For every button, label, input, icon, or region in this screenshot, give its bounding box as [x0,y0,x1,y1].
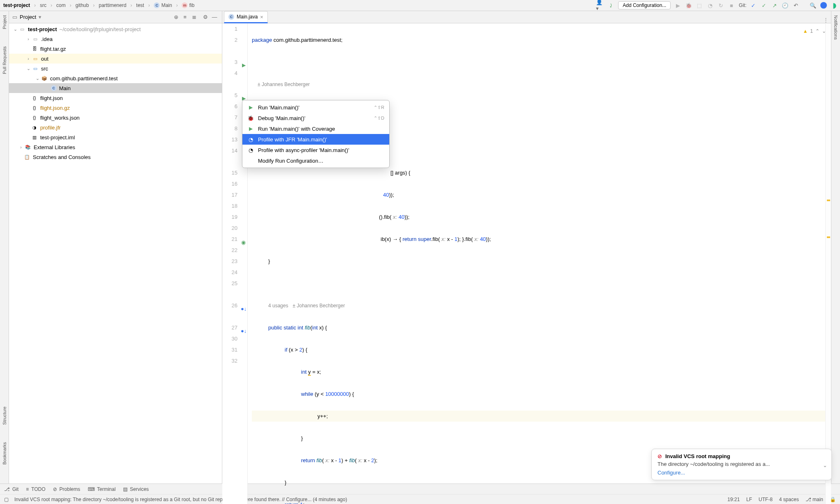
tree-item-profile-jfr[interactable]: ◑profile.jfr [9,123,222,132]
ctx-modify[interactable]: Modify Run Configuration… [242,155,389,166]
tree-item-iml[interactable]: ▥test-project.iml [9,132,222,142]
bc-fib[interactable]: mfib [180,2,196,9]
override-icon[interactable]: ●↓ [241,325,246,330]
add-configuration-button[interactable]: Add Configuration... [618,1,671,9]
settings-icon[interactable] [819,1,828,9]
bc-com[interactable]: com [55,2,67,9]
build-icon[interactable]: ⤸ [607,1,615,9]
rail-bookmarks[interactable]: Bookmarks [2,440,7,467]
rail-pull-requests[interactable]: Pull Requests [2,44,7,77]
tree-item-pkg[interactable]: ⌄📦com.github.parttimenerd.test [9,73,222,83]
navbar: test-project› src› com› github› parttime… [0,0,840,11]
bc-src[interactable]: src [38,2,48,9]
expand-icon[interactable]: ≡ [181,13,189,21]
breadcrumb[interactable]: test-project› src› com› github› parttime… [2,2,196,9]
bc-main[interactable]: CMain [152,2,173,9]
overview-ruler[interactable] [825,23,831,504]
tool-terminal[interactable]: ⌨ Terminal [88,486,116,492]
rail-structure[interactable]: Structure [2,404,7,427]
tree-external-libs[interactable]: ›📚External Libraries [9,142,222,152]
rail-project[interactable]: Project [2,13,7,32]
rerun-icon[interactable]: ↻ [717,1,725,9]
git-history-icon[interactable]: 🕘 [781,1,789,9]
git-label: Git: [739,2,746,8]
rail-notifications[interactable]: Notifications [833,13,838,42]
user-icon[interactable]: 👤▾ [596,1,604,9]
git-commit-icon[interactable]: ✓ [760,1,768,9]
chevron-down-icon[interactable]: ⌄ [823,462,827,468]
tab-menu-icon[interactable]: ⋮ [823,17,829,23]
gutter[interactable]: 1 2 3▶ 4 5▶ 6 7 8 13 14 15 16 17 18 [222,23,248,504]
has-impl-icon[interactable]: ●↓ [241,303,246,308]
git-push-icon[interactable]: ↗ [770,1,778,9]
search-icon[interactable]: 🔍 [809,1,817,9]
tool-todo[interactable]: ≡ TODO [26,486,45,492]
tree-settings-icon[interactable]: ⚙ [201,13,210,21]
next-highlight-icon[interactable]: ⌄ [822,26,826,37]
project-view-icon[interactable]: ▭ [12,14,17,20]
close-icon[interactable]: × [260,14,263,20]
recursive-icon[interactable]: ◉ [241,237,246,242]
notification-balloon[interactable]: ⊘Invalid VCS root mapping The directory … [651,449,832,480]
notification-body: The directory ~/code/tooling is register… [657,461,826,467]
bc-github[interactable]: github [74,2,91,9]
run-icon[interactable]: ▶ [674,1,682,9]
bc-pkg[interactable]: parttimenerd [97,2,128,9]
editor: CMain.java× ⋮ ▲1 ⌃⌄ 1 2 3▶ 4 5▶ 6 [222,11,831,484]
ctx-profile-async[interactable]: ◔Profile with async-profiler 'Main.main(… [242,145,389,155]
project-tree[interactable]: ⌄▭ test-project ~/code/tooling/jfrplugin… [9,23,222,484]
hide-icon[interactable]: — [210,13,219,21]
tree-item-main[interactable]: CMain [9,83,222,93]
warning-icon: ▲ [803,26,808,37]
tab-main-java[interactable]: CMain.java× [224,11,268,23]
right-tool-rail: Notifications [831,11,840,484]
stop-icon[interactable]: ■ [727,1,735,9]
run-gutter-icon-2[interactable]: ▶ [241,93,246,98]
project-title[interactable]: Project [20,14,36,20]
project-tool-window: ▭ Project ▾ ⊕ ≡ ≣ ⚙ — ⌄▭ test-project ~/… [9,11,222,484]
code-area[interactable]: ▲1 ⌃⌄ 1 2 3▶ 4 5▶ 6 7 8 13 14 [222,23,831,504]
tree-item-flight-gz[interactable]: {}flight.json.gz [9,103,222,113]
ctx-debug[interactable]: 🐞Debug 'Main.main()'⌃⇧D [242,113,389,123]
ctx-run[interactable]: ▶Run 'Main.main()'⌃⇧R [242,102,389,113]
tool-services[interactable]: ▤ Services [123,486,149,492]
project-header: ▭ Project ▾ ⊕ ≡ ≣ ⚙ — [9,11,222,23]
tool-git[interactable]: ⎇ Git [4,486,18,492]
git-rollback-icon[interactable]: ↶ [792,1,800,9]
tool-problems[interactable]: ⊘ Problems [53,486,80,492]
bc-project[interactable]: test-project [2,2,32,9]
tree-scratches[interactable]: 📋Scratches and Consoles [9,152,222,162]
code-content[interactable]: package com.github.parttimenerd.test; ± … [248,23,825,504]
run-context-menu: ▶Run 'Main.main()'⌃⇧R 🐞Debug 'Main.main(… [242,100,390,168]
tree-item-src[interactable]: ⌄▭src [9,64,222,73]
left-tool-rail: Project Pull Requests Structure Bookmark… [0,11,9,484]
error-icon: ⊘ [657,453,662,459]
notification-configure-link[interactable]: Configure... [657,470,685,476]
tree-item-out[interactable]: ›▭out [9,54,222,64]
tree-item-flight-json[interactable]: {}flight.json [9,93,222,103]
status-icon[interactable]: ▢ [4,497,9,502]
ctx-coverage[interactable]: ▶Run 'Main.main()' with Coverage [242,123,389,134]
ctx-profile-jfr[interactable]: ◔Profile with JFR 'Main.main()' [242,134,389,145]
inspection-widget[interactable]: ▲1 ⌃⌄ [803,26,826,37]
run-gutter-icon[interactable]: ▶ [241,60,246,65]
profile-icon[interactable]: ◔ [706,1,714,9]
tree-item-idea[interactable]: ›▭.idea [9,34,222,44]
tree-item-flight-works[interactable]: {}flight_works.json [9,113,222,123]
bc-test[interactable]: test [135,2,146,9]
debug-icon[interactable]: 🐞 [685,1,693,9]
tree-root[interactable]: ⌄▭ test-project ~/code/tooling/jfrplugin… [9,24,222,34]
tree-item-tar[interactable]: 🗄flight.tar.gz [9,44,222,54]
locate-icon[interactable]: ⊕ [172,13,180,21]
prev-highlight-icon[interactable]: ⌃ [815,26,819,37]
collapse-icon[interactable]: ≣ [190,13,198,21]
editor-tabs: CMain.java× ⋮ [222,11,831,23]
ai-icon[interactable]: ◗ [830,1,838,9]
coverage-icon[interactable]: ⬚ [695,1,703,9]
git-update-icon[interactable]: ✓ [749,1,757,9]
